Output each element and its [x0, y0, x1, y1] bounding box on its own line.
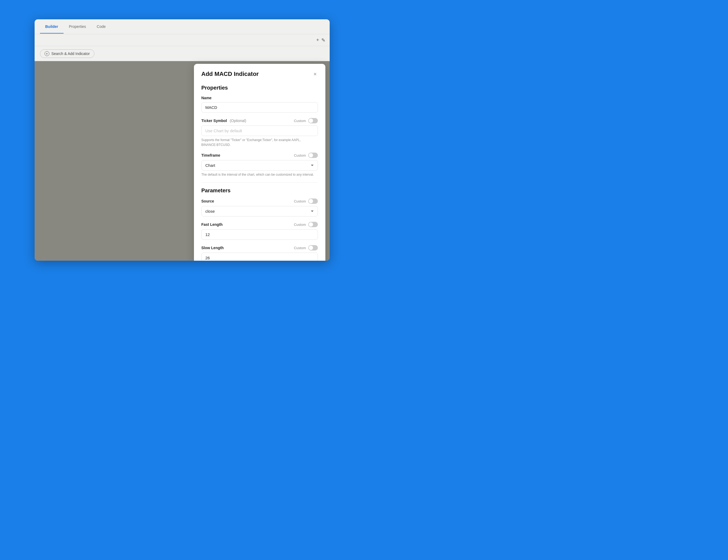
ticker-custom-label: Custom: [294, 119, 306, 123]
tab-builder[interactable]: Builder: [40, 20, 64, 34]
slow-length-field-group: Slow Length Custom: [201, 245, 318, 261]
ticker-custom-toggle[interactable]: [308, 118, 318, 123]
ticker-hint-text: Supports the format "Ticker" or "Exchang…: [201, 138, 318, 147]
timeframe-label-row: Timeframe Custom: [201, 153, 318, 158]
source-field-group: Source Custom close: [201, 198, 318, 216]
fast-length-custom-label: Custom: [294, 223, 306, 227]
main-window: Builder Properties Code + ✎ + Search & A…: [35, 19, 330, 261]
properties-section-title: Properties: [201, 85, 318, 91]
name-label: Name: [201, 96, 212, 100]
search-add-indicator-button[interactable]: + Search & Add Indicator: [40, 49, 94, 58]
ticker-symbol-field-group: Ticker Symbol (Optional) Custom Supports…: [201, 118, 318, 147]
fast-length-field-group: Fast Length Custom: [201, 222, 318, 240]
main-content-area: Add MACD Indicator × Properties Name: [35, 61, 330, 261]
slow-length-custom-toggle[interactable]: [308, 245, 318, 250]
name-field-group: Name: [201, 96, 318, 113]
tab-properties[interactable]: Properties: [64, 20, 91, 34]
slow-length-custom-label: Custom: [294, 246, 306, 250]
timeframe-label: Timeframe: [201, 153, 220, 157]
source-label: Source: [201, 199, 214, 203]
toolbar-icons: + ✎: [316, 37, 325, 43]
tab-code[interactable]: Code: [91, 20, 111, 34]
timeframe-field-group: Timeframe Custom Chart The default is th…: [201, 153, 318, 177]
fast-length-custom-toggle[interactable]: [308, 222, 318, 227]
plus-icon[interactable]: +: [316, 37, 319, 43]
section-divider: [201, 182, 318, 183]
fast-length-label-row: Fast Length Custom: [201, 222, 318, 227]
timeframe-custom-toggle[interactable]: [308, 153, 318, 158]
fast-length-input[interactable]: [201, 229, 318, 240]
ticker-symbol-label: Ticker Symbol: [201, 119, 227, 123]
slow-length-label: Slow Length: [201, 246, 224, 250]
close-button[interactable]: ×: [312, 70, 318, 78]
search-add-label: Search & Add Indicator: [52, 51, 90, 56]
modal-title: Add MACD Indicator: [201, 71, 259, 78]
modal-header: Add MACD Indicator ×: [194, 64, 325, 82]
name-input[interactable]: [201, 102, 318, 113]
ticker-label-row: Ticker Symbol (Optional) Custom: [201, 118, 318, 123]
slow-length-label-row: Slow Length Custom: [201, 245, 318, 250]
source-select[interactable]: close: [201, 206, 318, 216]
fast-length-label: Fast Length: [201, 222, 223, 227]
slow-length-input[interactable]: [201, 253, 318, 261]
ticker-symbol-input[interactable]: [201, 126, 318, 136]
circle-plus-icon: +: [45, 51, 49, 56]
add-macd-modal: Add MACD Indicator × Properties Name: [194, 64, 325, 261]
parameters-section-title: Parameters: [201, 187, 318, 194]
timeframe-select[interactable]: Chart: [201, 160, 318, 171]
search-bar-row: + Search & Add Indicator: [35, 46, 330, 61]
timeframe-custom-label: Custom: [294, 153, 306, 157]
edit-icon[interactable]: ✎: [321, 37, 325, 43]
source-custom-toggle[interactable]: [308, 198, 318, 204]
modal-overlay: Add MACD Indicator × Properties Name: [35, 61, 330, 261]
toolbar-row: + ✎: [35, 34, 330, 46]
timeframe-hint-text: The default is the interval of the chart…: [201, 172, 318, 177]
modal-body: Properties Name Ticker Symbol: [194, 82, 325, 261]
source-custom-label: Custom: [294, 199, 306, 203]
tab-bar: Builder Properties Code: [35, 19, 330, 34]
ticker-optional-label: (Optional): [230, 119, 246, 123]
source-label-row: Source Custom: [201, 198, 318, 204]
name-label-row: Name: [201, 96, 318, 100]
